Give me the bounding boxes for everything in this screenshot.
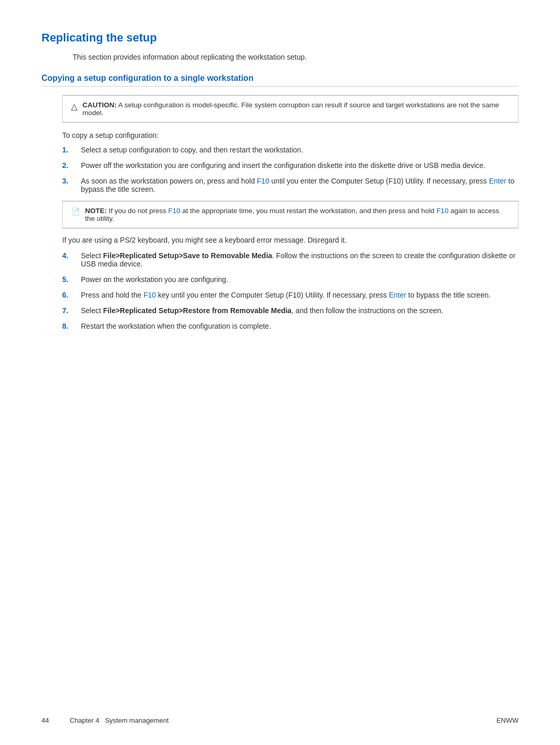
step-3: 3. As soon as the workstation powers on,… (62, 177, 519, 193)
step-7: 7. Select File>Replicated Setup>Restore … (62, 306, 519, 315)
note-f10-link-2: F10 (437, 207, 449, 215)
caution-label: CAUTION: (82, 101, 117, 109)
page-title: Replicating the setup (41, 31, 519, 45)
step-3-text: As soon as the workstation powers on, pr… (81, 177, 519, 193)
note-box: 📄 NOTE: If you do not press F10 at the a… (62, 201, 519, 229)
step-5-number: 5. (62, 275, 73, 284)
note-icon: 📄 (71, 207, 80, 216)
note-text: NOTE: If you do not press F10 at the app… (85, 207, 510, 222)
footer-right: ENWW (496, 716, 519, 724)
step-4: 4. Select File>Replicated Setup>Save to … (62, 251, 519, 268)
footer-chapter: Chapter 4 System management (69, 716, 169, 724)
step-2-number: 2. (62, 161, 73, 170)
step-5-text: Power on the workstation you are configu… (81, 275, 519, 284)
step-7-text: Select File>Replicated Setup>Restore fro… (81, 306, 519, 315)
steps-list: 1. Select a setup configuration to copy,… (62, 146, 519, 193)
step-3-f10-link: F10 (257, 177, 269, 185)
intro-text: This section provides information about … (73, 53, 519, 61)
note-f10-link-1: F10 (169, 207, 180, 215)
step-6-f10-link: F10 (144, 291, 156, 299)
step-3-enter-link: Enter (489, 177, 506, 185)
caution-text: CAUTION: A setup configuration is model-… (82, 101, 510, 117)
step-4-text: Select File>Replicated Setup>Save to Rem… (81, 251, 519, 268)
footer-page-number: 44 (41, 716, 49, 724)
step-7-bold: File>Replicated Setup>Restore from Remov… (103, 306, 291, 315)
step-4-number: 4. (62, 251, 73, 260)
step-5: 5. Power on the workstation you are conf… (62, 275, 519, 284)
step-6-text: Press and hold the F10 key until you ent… (81, 291, 519, 299)
step-1: 1. Select a setup configuration to copy,… (62, 146, 519, 154)
step-6-number: 6. (62, 291, 73, 299)
caution-box: △ CAUTION: A setup configuration is mode… (62, 95, 519, 123)
step-2-text: Power off the workstation you are config… (81, 161, 519, 170)
step-8-number: 8. (62, 322, 73, 330)
step-1-number: 1. (62, 146, 73, 154)
step-4-bold: File>Replicated Setup>Save to Removable … (103, 251, 272, 260)
step-8-text: Restart the workstation when the configu… (81, 322, 519, 330)
step-7-number: 7. (62, 306, 73, 315)
step-3-number: 3. (62, 177, 73, 185)
step-8: 8. Restart the workstation when the conf… (62, 322, 519, 330)
step-1-text: Select a setup configuration to copy, an… (81, 146, 519, 154)
copy-intro: To copy a setup configuration: (62, 131, 519, 139)
step-6: 6. Press and hold the F10 key until you … (62, 291, 519, 299)
note-label: NOTE: (85, 207, 107, 215)
footer-left: 44 Chapter 4 System management (41, 716, 169, 724)
section-title: Copying a setup configuration to a singl… (41, 74, 519, 87)
footer: 44 Chapter 4 System management ENWW (41, 716, 519, 724)
caution-icon: △ (71, 102, 77, 111)
step-2: 2. Power off the workstation you are con… (62, 161, 519, 170)
ps2-note: If you are using a PS/2 keyboard, you mi… (62, 236, 519, 244)
step-6-enter-link: Enter (389, 291, 406, 299)
steps-list-continued: 4. Select File>Replicated Setup>Save to … (62, 251, 519, 330)
